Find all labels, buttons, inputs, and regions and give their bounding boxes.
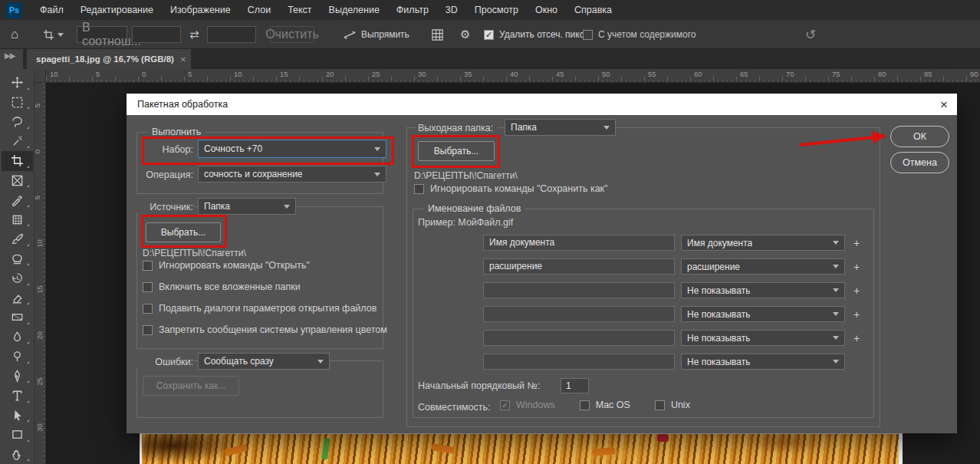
naming-field-5[interactable] [483, 354, 675, 370]
dialog-title-bar[interactable]: Пакетная обработка × [127, 94, 957, 115]
menu-edit[interactable]: Редактирование [81, 5, 153, 15]
menu-bar: Ps ФайлРедактированиеИзображениеСлоиТекс… [0, 0, 980, 20]
naming-row-2: Не показывать+ [483, 282, 860, 298]
dodge-tool-icon[interactable] [2, 347, 33, 367]
menu-help[interactable]: Справка [574, 5, 612, 15]
straighten-button[interactable]: Выпрямить [344, 20, 409, 49]
green-onion [321, 438, 331, 460]
add-row-button[interactable]: + [853, 261, 860, 273]
menu-window[interactable]: Окно [535, 5, 557, 15]
naming-field-1[interactable]: расширение [483, 258, 675, 275]
menu-file[interactable]: Файл [40, 5, 64, 15]
crop-tool-icon[interactable] [2, 151, 33, 171]
source-path: D:\РЕЦЕПТЫ\!Спагетти\ [143, 248, 246, 258]
reset-icon[interactable]: ↺ [805, 20, 816, 49]
naming-field-3[interactable] [483, 306, 675, 322]
overlay-grid-icon[interactable] [431, 20, 444, 49]
menu-3d[interactable]: 3D [446, 5, 458, 15]
home-icon[interactable]: ⌂ [11, 20, 18, 49]
gradient-tool-icon[interactable] [2, 308, 33, 327]
naming-field-4[interactable] [483, 330, 675, 346]
move-tool-icon[interactable] [2, 73, 33, 93]
add-row-button[interactable]: + [853, 285, 860, 297]
source-checkbox-0[interactable]: Игнорировать команды "Открыть" [143, 260, 387, 271]
naming-select-3[interactable]: Не показывать [681, 306, 845, 322]
crop-edge-left[interactable] [140, 433, 142, 464]
type-tool-icon[interactable] [2, 386, 33, 406]
close-tab-icon[interactable]: × [180, 54, 186, 65]
source-checkbox-2[interactable]: Подавить диалоги параметров открытия фай… [143, 303, 387, 314]
naming-select-value: Не показывать [687, 333, 750, 344]
naming-field-2[interactable] [483, 282, 675, 298]
brush-tool-icon[interactable] [2, 229, 33, 249]
ruler-tick-label: 25 [372, 70, 380, 78]
collapse-panels-icon[interactable]: ▶▶ [0, 49, 23, 69]
checkbox-label: Игнорировать команды "Открыть" [159, 260, 310, 271]
annotation-arrow-to-ok [795, 129, 889, 150]
document-tab[interactable]: spagetti_18.jpg @ 16,7% (RGB/8) × [27, 49, 191, 69]
lasso-tool-icon[interactable] [2, 112, 33, 132]
clone-stamp-tool-icon[interactable] [2, 249, 33, 269]
spaghetti-photo [142, 433, 899, 464]
menu-select[interactable]: Выделение [329, 5, 380, 15]
rectangle-tool-icon[interactable] [2, 425, 33, 445]
eyedropper-tool-icon[interactable] [2, 190, 33, 210]
ruler-tick-label: 85 [924, 70, 932, 78]
frame-tool-icon[interactable] [2, 171, 33, 191]
spot-healing-tool-icon[interactable] [2, 210, 33, 230]
menu-image[interactable]: Изображение [170, 5, 231, 15]
compat-unix-checkbox[interactable]: Unix [655, 400, 690, 410]
add-row-button[interactable]: + [853, 332, 860, 344]
ok-button[interactable]: ОК [890, 126, 949, 147]
history-brush-tool-icon[interactable] [2, 268, 33, 288]
naming-field-0[interactable]: Имя документа [483, 235, 675, 251]
menu-view[interactable]: Просмотр [475, 5, 518, 15]
smudge-tool-icon[interactable] [2, 327, 33, 347]
gear-icon[interactable]: ⚙ [460, 20, 470, 49]
pen-tool-icon[interactable] [2, 367, 33, 387]
cancel-button[interactable]: Отмена [890, 152, 949, 173]
naming-select-value: Не показывать [687, 309, 750, 320]
source-checkbox-3[interactable]: Запретить сообщения системы управления ц… [143, 324, 387, 335]
menu-type[interactable]: Текст [288, 5, 311, 15]
add-row-button[interactable]: + [853, 237, 860, 249]
menu-filter[interactable]: Фильтр [396, 5, 429, 15]
naming-select-4[interactable]: Не показывать [681, 330, 845, 346]
errors-select[interactable]: Сообщать сразу [198, 353, 330, 370]
clear-button[interactable]: Очистить [270, 26, 314, 43]
ratio-width-input[interactable] [132, 26, 181, 43]
ruler-tick-label: 25 [35, 377, 44, 386]
ratio-select[interactable]: В соотнош... [77, 26, 127, 43]
delete-cropped-checkbox[interactable]: Удалить отсеч. пикс. [484, 20, 587, 49]
compat-mac-os-checkbox[interactable]: Mac OS [580, 400, 630, 410]
hand-tool-icon[interactable] [2, 445, 33, 464]
source-select[interactable]: Папка [198, 198, 296, 215]
content-aware-checkbox[interactable]: С учетом содержимого [583, 20, 696, 49]
path-selection-tool-icon[interactable] [2, 406, 33, 426]
crop-tool-preset-button[interactable] [43, 20, 64, 49]
ruler-tick-label: 10 [50, 70, 58, 78]
quick-selection-tool-icon[interactable] [2, 132, 33, 152]
ratio-height-input[interactable] [207, 26, 256, 43]
chevron-down-icon [833, 312, 839, 316]
save-as-button: Сохранить как... [143, 376, 239, 396]
ignore-save-as-checkbox[interactable]: Игнорировать команды "Сохранить как" [414, 183, 608, 194]
swap-arrows-icon[interactable]: ⇄ [189, 20, 199, 49]
close-icon[interactable]: × [940, 98, 948, 111]
carrot-strip [224, 444, 248, 456]
naming-select-1[interactable]: расширение [681, 258, 845, 275]
serial-input[interactable]: 1 [561, 378, 589, 393]
add-row-button[interactable]: + [853, 308, 860, 321]
naming-select-0[interactable]: Имя документа [681, 235, 845, 251]
menu-layers[interactable]: Слои [248, 5, 271, 15]
action-select[interactable]: сочность и сохранение [198, 166, 386, 183]
naming-select-2[interactable]: Не показывать [681, 282, 845, 298]
naming-select-5[interactable]: Не показывать [681, 354, 845, 370]
compat-windows-checkbox: Windows [500, 400, 555, 410]
chevron-down-icon [58, 33, 64, 37]
marquee-tool-icon[interactable] [2, 93, 33, 113]
crop-edge-right[interactable] [899, 433, 903, 464]
output-select[interactable]: Папка [505, 119, 616, 136]
eraser-tool-icon[interactable] [2, 288, 33, 308]
source-checkbox-1[interactable]: Включить все вложенные папки [143, 281, 387, 292]
